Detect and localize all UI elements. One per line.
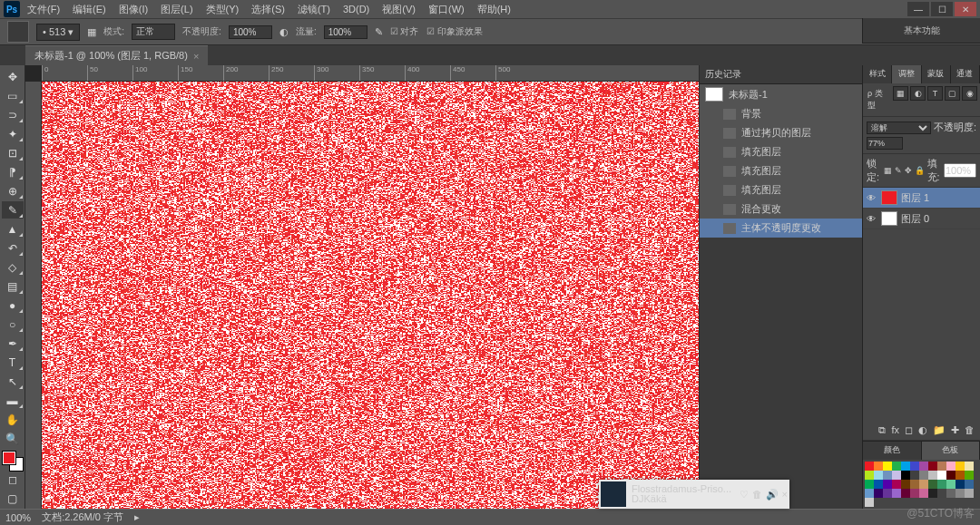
lock-all-icon[interactable]: 🔒 [915, 165, 925, 176]
airbrush-icon[interactable]: ✎ [375, 26, 383, 38]
swatch[interactable] [946, 462, 956, 471]
history-panel-header[interactable]: 历史记录 [700, 65, 862, 84]
swatch[interactable] [956, 480, 965, 489]
visibility-icon[interactable]: 👁 [867, 214, 877, 224]
swatch[interactable] [946, 480, 956, 489]
filter-type-icon[interactable]: T [927, 86, 943, 101]
tab-swatches[interactable]: 色板 [922, 442, 981, 460]
color-swatches[interactable] [3, 452, 23, 471]
swatch[interactable] [865, 498, 874, 507]
maximize-button[interactable]: ☐ [931, 2, 953, 16]
foreground-color[interactable] [3, 452, 15, 464]
tool-preset-icon[interactable] [7, 21, 29, 43]
crop-tool[interactable]: ⊡ [2, 144, 24, 161]
tab-styles[interactable]: 样式 [863, 65, 892, 83]
menu-layer[interactable]: 图层(L) [155, 1, 198, 18]
swatch[interactable] [946, 489, 956, 498]
filter-pixel-icon[interactable]: ▦ [893, 86, 908, 101]
swatch[interactable] [956, 462, 965, 471]
brush-panel-icon[interactable]: ▦ [87, 26, 96, 38]
swatch[interactable] [965, 462, 974, 471]
music-widget[interactable]: Flosstradamus-Priso... DJKäkä ♡ 🗑 🔊 × [599, 480, 789, 509]
swatch[interactable] [901, 471, 910, 480]
trash-icon[interactable]: 🗑 [965, 424, 975, 436]
swatch[interactable] [874, 471, 883, 480]
history-step[interactable]: 填充图层 [700, 180, 862, 199]
layer-row[interactable]: 👁 图层 0 [863, 209, 980, 229]
swatch[interactable] [965, 489, 974, 498]
history-step[interactable]: 通过拷贝的图层 [700, 123, 862, 142]
mode-select[interactable]: 正常 [132, 24, 175, 40]
stamp-tool[interactable]: ▲ [2, 220, 24, 238]
path-tool[interactable]: ↖ [2, 373, 24, 390]
history-step[interactable]: 背景 [700, 104, 862, 123]
volume-icon[interactable]: 🔊 [766, 489, 779, 501]
menu-window[interactable]: 窗口(W) [423, 1, 470, 18]
move-tool[interactable]: ✥ [2, 68, 24, 85]
close-button[interactable]: ✕ [955, 2, 976, 16]
menu-file[interactable]: 文件(F) [22, 1, 65, 18]
swatch[interactable] [883, 471, 892, 480]
link-icon[interactable]: ⧉ [878, 424, 886, 436]
menu-view[interactable]: 视图(V) [377, 1, 421, 18]
workspace-switcher[interactable]: 基本功能 [862, 18, 980, 44]
menu-image[interactable]: 图像(I) [113, 1, 153, 18]
swatch[interactable] [910, 462, 919, 471]
menu-filter[interactable]: 滤镜(T) [292, 1, 336, 18]
swatch[interactable] [919, 480, 928, 489]
swatch[interactable] [892, 462, 901, 471]
group-icon[interactable]: 📁 [933, 424, 946, 436]
swatch[interactable] [965, 480, 974, 489]
swatch[interactable] [919, 462, 928, 471]
filter-adjust-icon[interactable]: ◐ [910, 86, 926, 101]
lasso-tool[interactable]: ⊃ [2, 106, 24, 123]
history-step[interactable]: 填充图层 [700, 142, 862, 161]
swatch[interactable] [901, 462, 910, 471]
swatch[interactable] [956, 471, 965, 480]
swatch[interactable] [865, 471, 874, 480]
tab-adjust[interactable]: 调整 [892, 65, 921, 83]
healing-tool[interactable]: ⊕ [2, 182, 24, 199]
dodge-tool[interactable]: ○ [2, 316, 24, 333]
history-snapshot[interactable]: 未标题-1 [700, 84, 862, 104]
swatch[interactable] [928, 471, 937, 480]
swatch[interactable] [937, 462, 946, 471]
marquee-tool[interactable]: ▭ [2, 87, 24, 104]
swatch[interactable] [928, 489, 937, 498]
quickmask-icon[interactable]: ◻ [2, 472, 24, 489]
trash-icon[interactable]: 🗑 [752, 489, 762, 501]
swatch[interactable] [919, 471, 928, 480]
swatch[interactable] [865, 489, 874, 498]
history-step[interactable]: 主体不透明度更改 [700, 219, 862, 238]
swatch[interactable] [892, 480, 901, 489]
blur-tool[interactable]: ● [2, 297, 24, 314]
swatch[interactable] [965, 471, 974, 480]
layer-opacity-input[interactable] [867, 137, 903, 150]
minimize-button[interactable]: — [907, 2, 929, 16]
tab-color[interactable]: 颜色 [863, 442, 922, 460]
zoom-tool[interactable]: 🔍 [2, 430, 24, 447]
swatch[interactable] [883, 462, 892, 471]
swatch[interactable] [892, 489, 901, 498]
zoom-level[interactable]: 100% [5, 512, 31, 523]
brush-tool[interactable]: ✎ [2, 201, 24, 219]
swatch[interactable] [910, 471, 919, 480]
menu-help[interactable]: 帮助(H) [472, 1, 516, 18]
tab-mask[interactable]: 蒙版 [922, 65, 951, 83]
swatch[interactable] [883, 480, 892, 489]
blend-mode-select[interactable]: 溶解 [867, 122, 931, 134]
lock-trans-icon[interactable]: ▦ [884, 165, 892, 176]
swatch[interactable] [956, 489, 965, 498]
menu-3d[interactable]: 3D(D) [338, 2, 375, 16]
eyedropper-tool[interactable]: ⁋ [2, 163, 24, 180]
mask-icon[interactable]: ◻ [905, 424, 913, 436]
brush-size-icon[interactable]: • 513 ▾ [36, 24, 80, 41]
swatch[interactable] [901, 489, 910, 498]
swatch[interactable] [937, 480, 946, 489]
gradient-tool[interactable]: ▤ [2, 277, 24, 295]
swatch[interactable] [874, 489, 883, 498]
close-icon[interactable]: × [782, 489, 788, 501]
new-layer-icon[interactable]: ✚ [951, 424, 959, 436]
swatch[interactable] [937, 471, 946, 480]
visibility-icon[interactable]: 👁 [867, 193, 877, 203]
